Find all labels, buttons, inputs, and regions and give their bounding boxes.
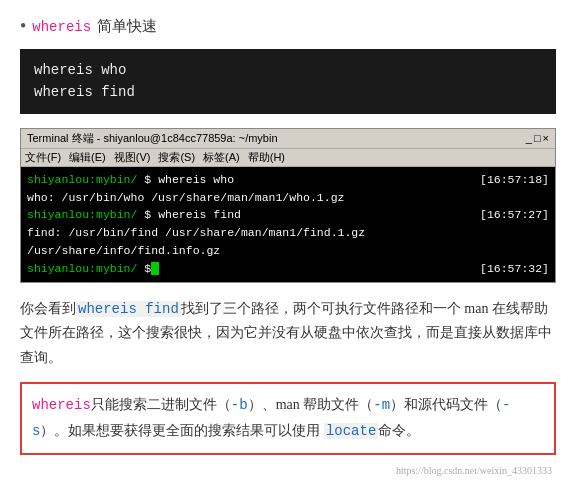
- terminal-line-3: shiyanlou:mybin/ $ [16:57:32]: [27, 260, 549, 278]
- highlight-flag-m: -m: [373, 397, 390, 413]
- highlight-text4: ）和源代码文件（: [390, 397, 502, 412]
- terminal-output-2: find: /usr/bin/find /usr/share/man/man1/…: [27, 224, 549, 260]
- menu-search[interactable]: 搜索(S): [158, 150, 195, 165]
- menu-edit[interactable]: 编辑(E): [69, 150, 106, 165]
- cmd-3: $: [137, 262, 151, 275]
- code-line-1: whereis who: [34, 59, 542, 81]
- close-icon[interactable]: ×: [543, 132, 549, 144]
- para1-cmd: whereis find: [76, 301, 181, 317]
- terminal-body: shiyanlou:mybin/ $ whereis who [16:57:18…: [21, 167, 555, 282]
- code-block: whereis who whereis find: [20, 49, 556, 114]
- highlight-text2: 只能搜索二进制文件（: [91, 397, 231, 412]
- watermark: https://blog.csdn.net/weixin_43301333: [20, 465, 556, 476]
- terminal-window: Terminal 终端 - shiyanlou@1c84cc77859a: ~/…: [20, 128, 556, 283]
- para1-before: 你会看到: [20, 301, 76, 316]
- highlight-box: whereis只能搜索二进制文件（-b）、man 帮助文件（-m）和源代码文件（…: [20, 382, 556, 454]
- cursor: [151, 262, 159, 275]
- terminal-line-2: shiyanlou:mybin/ $ whereis find [16:57:2…: [27, 206, 549, 224]
- prompt-3: shiyanlou:mybin/: [27, 262, 137, 275]
- prompt-1: shiyanlou:mybin/: [27, 173, 137, 186]
- terminal-title: Terminal 终端 - shiyanlou@1c84cc77859a: ~/…: [27, 131, 278, 146]
- highlight-cmd-locate: locate: [324, 423, 378, 439]
- terminal-menubar: 文件(F) 编辑(E) 视图(V) 搜索(S) 标签(A) 帮助(H): [21, 149, 555, 167]
- terminal-line-1: shiyanlou:mybin/ $ whereis who [16:57:18…: [27, 171, 549, 189]
- highlight-text5: ）。如果想要获得更全面的搜索结果可以使用: [40, 423, 320, 438]
- code-line-2: whereis find: [34, 81, 542, 103]
- paragraph-1: 你会看到whereis find找到了三个路径，两个可执行文件路径和一个 man…: [20, 297, 556, 371]
- menu-tags[interactable]: 标签(A): [203, 150, 240, 165]
- timestamp-3: [16:57:32]: [480, 260, 549, 278]
- highlight-flag-b: -b: [231, 397, 248, 413]
- terminal-output-1: who: /usr/bin/who /usr/share/man/man1/wh…: [27, 189, 549, 207]
- menu-file[interactable]: 文件(F): [25, 150, 61, 165]
- highlight-text6: 命令。: [378, 423, 420, 438]
- terminal-controls: _ □ ×: [526, 132, 549, 144]
- terminal-titlebar: Terminal 终端 - shiyanlou@1c84cc77859a: ~/…: [21, 129, 555, 149]
- timestamp-2: [16:57:27]: [480, 206, 549, 224]
- bullet-description: 简单快速: [97, 17, 157, 36]
- cmd-2: $ whereis find: [137, 208, 241, 221]
- prompt-2: shiyanlou:mybin/: [27, 208, 137, 221]
- bullet-cmd: whereis: [32, 19, 91, 35]
- cmd-1: $ whereis who: [137, 173, 234, 186]
- maximize-icon[interactable]: □: [534, 132, 541, 144]
- timestamp-1: [16:57:18]: [480, 171, 549, 189]
- menu-view[interactable]: 视图(V): [114, 150, 151, 165]
- minimize-icon[interactable]: _: [526, 132, 532, 144]
- highlight-text3: ）、man 帮助文件（: [248, 397, 374, 412]
- highlight-cmd-whereis: whereis: [32, 397, 91, 413]
- bullet-dot: •: [20, 16, 26, 37]
- bullet-item: • whereis 简单快速: [20, 16, 556, 37]
- menu-help[interactable]: 帮助(H): [248, 150, 285, 165]
